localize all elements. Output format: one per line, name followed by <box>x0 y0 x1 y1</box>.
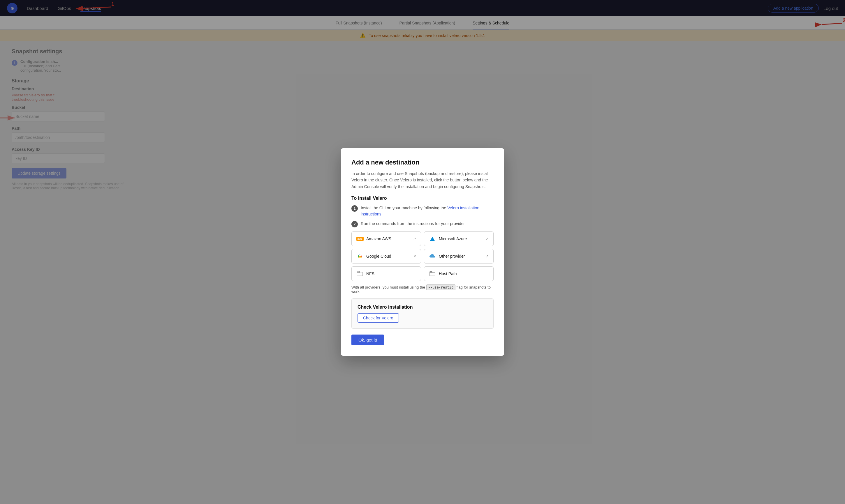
other-label: Other provider <box>439 254 465 258</box>
azure-icon <box>429 235 436 242</box>
provider-hostpath[interactable]: Host Path <box>424 266 494 281</box>
step1-num: 1 <box>351 205 358 212</box>
aws-icon: aws <box>356 235 363 242</box>
modal-overlay[interactable]: Add a new destination In order to config… <box>0 0 845 504</box>
modal: Add a new destination In order to config… <box>341 148 504 356</box>
step-2: 2 Run the commands from the instructions… <box>351 221 494 228</box>
provider-aws[interactable]: aws Amazon AWS ↗ <box>351 232 421 246</box>
step1-text: Install the CLI on your machine by follo… <box>361 205 494 217</box>
hostpath-icon <box>429 270 436 277</box>
provider-grid: aws Amazon AWS ↗ Microsoft Azure ↗ Googl… <box>351 232 494 281</box>
gcloud-label: Google Cloud <box>366 254 391 258</box>
gcloud-icon <box>356 253 363 260</box>
step2-text: Run the commands from the instructions f… <box>361 221 465 227</box>
other-cloud-icon <box>429 253 436 260</box>
flag-note: With all providers, you must install usi… <box>351 285 494 294</box>
azure-label: Microsoft Azure <box>439 236 467 241</box>
check-velero-button[interactable]: Check for Velero <box>357 313 399 323</box>
code-flag: --use-restic <box>426 285 456 290</box>
nfs-icon <box>356 270 363 277</box>
other-external-icon: ↗ <box>486 254 489 258</box>
provider-nfs[interactable]: NFS <box>351 266 421 281</box>
aws-label: Amazon AWS <box>366 236 391 241</box>
modal-title: Add a new destination <box>351 159 494 166</box>
step2-num: 2 <box>351 221 358 228</box>
gcloud-external-icon: ↗ <box>413 254 416 258</box>
provider-other[interactable]: Other provider ↗ <box>424 249 494 264</box>
hostpath-label: Host Path <box>439 271 457 276</box>
install-title: To install Velero <box>351 196 494 201</box>
check-velero-box: Check Velero installation Check for Vele… <box>351 299 494 329</box>
modal-description: In order to configure and use Snapshots … <box>351 170 494 190</box>
azure-external-icon: ↗ <box>486 237 489 241</box>
ok-got-it-button[interactable]: Ok, got it! <box>351 335 384 345</box>
nfs-label: NFS <box>366 271 374 276</box>
check-velero-title: Check Velero installation <box>357 305 488 310</box>
aws-external-icon: ↗ <box>413 237 416 241</box>
step-1: 1 Install the CLI on your machine by fol… <box>351 205 494 217</box>
provider-gcloud[interactable]: Google Cloud ↗ <box>351 249 421 264</box>
provider-azure[interactable]: Microsoft Azure ↗ <box>424 232 494 246</box>
